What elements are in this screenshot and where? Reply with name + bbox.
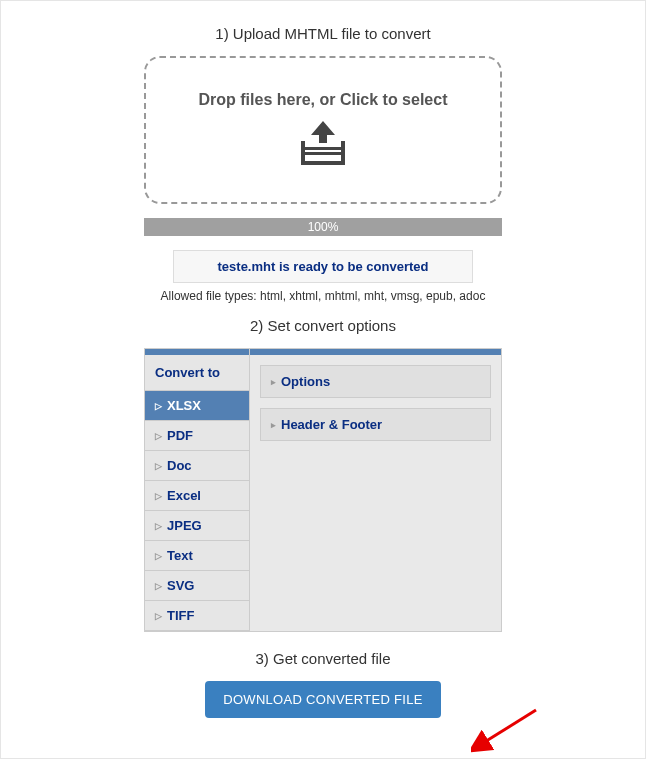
triangle-icon: ▷	[155, 611, 162, 621]
svg-line-2	[483, 710, 536, 743]
sidebar-item-svg[interactable]: ▷SVG	[145, 571, 249, 601]
allowed-types-text: Allowed file types: html, xhtml, mhtml, …	[21, 289, 625, 303]
svg-rect-0	[305, 147, 341, 150]
file-dropzone[interactable]: Drop files here, or Click to select	[144, 56, 502, 204]
sidebar-item-jpeg[interactable]: ▷JPEG	[145, 511, 249, 541]
sidebar-item-label: XLSX	[167, 398, 201, 413]
sidebar-item-excel[interactable]: ▷Excel	[145, 481, 249, 511]
sidebar-item-label: SVG	[167, 578, 194, 593]
download-converted-button[interactable]: DOWNLOAD CONVERTED FILE	[205, 681, 441, 718]
arrow-annotation	[471, 705, 541, 755]
sidebar-item-label: JPEG	[167, 518, 202, 533]
sidebar-item-label: Doc	[167, 458, 192, 473]
triangle-icon: ▸	[271, 377, 276, 387]
triangle-icon: ▷	[155, 401, 162, 411]
svg-rect-1	[305, 152, 341, 155]
sidebar-item-label: Excel	[167, 488, 201, 503]
sidebar-item-tiff[interactable]: ▷TIFF	[145, 601, 249, 631]
accordion-label: Options	[281, 374, 330, 389]
sidebar-item-text[interactable]: ▷Text	[145, 541, 249, 571]
file-ready-message: teste.mht is ready to be converted	[173, 250, 473, 283]
progress-bar-container: 100%	[144, 218, 502, 236]
triangle-icon: ▷	[155, 551, 162, 561]
format-sidebar: Convert to ▷XLSX▷PDF▷Doc▷Excel▷JPEG▷Text…	[145, 349, 250, 631]
triangle-icon: ▷	[155, 581, 162, 591]
step1-heading: 1) Upload MHTML file to convert	[21, 25, 625, 42]
sidebar-item-label: TIFF	[167, 608, 194, 623]
accordion-label: Header & Footer	[281, 417, 382, 432]
sidebar-item-pdf[interactable]: ▷PDF	[145, 421, 249, 451]
options-panel: Convert to ▷XLSX▷PDF▷Doc▷Excel▷JPEG▷Text…	[144, 348, 502, 632]
triangle-icon: ▸	[271, 420, 276, 430]
options-right-pane: ▸Options▸Header & Footer	[250, 349, 501, 631]
accordion-options[interactable]: ▸Options	[260, 365, 491, 398]
step2-heading: 2) Set convert options	[21, 317, 625, 334]
triangle-icon: ▷	[155, 431, 162, 441]
step3-heading: 3) Get converted file	[21, 650, 625, 667]
triangle-icon: ▷	[155, 461, 162, 471]
sidebar-item-label: PDF	[167, 428, 193, 443]
sidebar-title: Convert to	[145, 355, 249, 391]
accordion-header-footer[interactable]: ▸Header & Footer	[260, 408, 491, 441]
upload-icon	[295, 121, 351, 169]
triangle-icon: ▷	[155, 491, 162, 501]
progress-bar: 100%	[144, 218, 502, 236]
sidebar-item-doc[interactable]: ▷Doc	[145, 451, 249, 481]
sidebar-item-xlsx[interactable]: ▷XLSX	[145, 391, 249, 421]
dropzone-text: Drop files here, or Click to select	[199, 91, 448, 109]
triangle-icon: ▷	[155, 521, 162, 531]
right-pane-header-bar	[250, 349, 501, 355]
sidebar-item-label: Text	[167, 548, 193, 563]
